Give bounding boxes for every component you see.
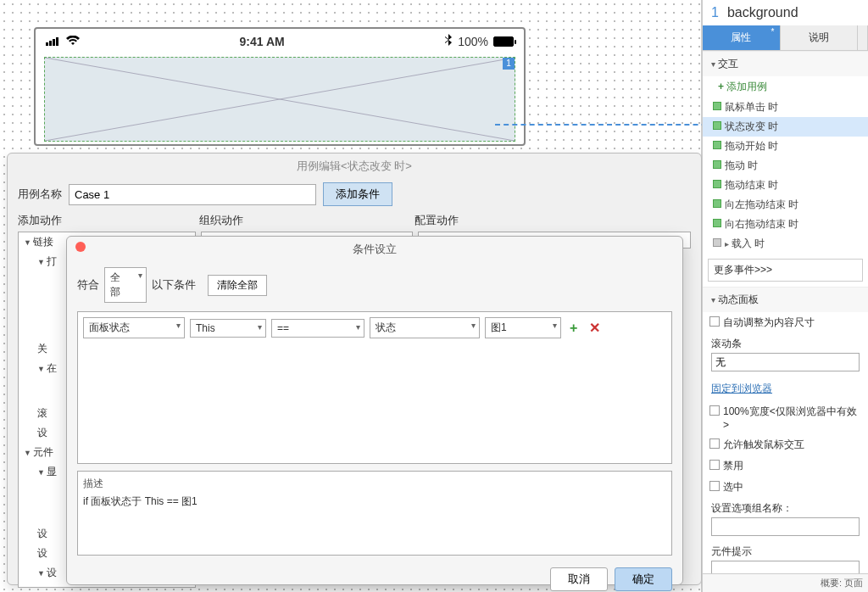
battery-icon — [493, 36, 514, 47]
selection-group-label: 设置选项组名称： — [703, 498, 868, 516]
ok-button[interactable]: 确定 — [615, 567, 672, 591]
scrollbar-label: 滚动条 — [703, 333, 868, 351]
check-fit-to-content[interactable]: 自动调整为内容尺寸 — [703, 312, 868, 333]
close-icon[interactable] — [75, 242, 86, 252]
dialog-title: 用例编辑<状态改变 时> — [8, 154, 701, 179]
column-header-add-action: 添加动作 — [18, 213, 196, 228]
condition-value-select[interactable]: 图1 — [485, 317, 561, 338]
section-interactions[interactable]: 交互 — [703, 51, 868, 76]
panel-state-badge: 1 — [503, 58, 515, 70]
dynamic-panel-widget[interactable]: 1 — [44, 57, 515, 142]
check-full-width[interactable]: 100%宽度<仅限浏览器中有效> — [703, 401, 868, 434]
condition-valuetype-select[interactable]: 状态 — [370, 317, 480, 338]
event-list: 鼠标单击 时 状态改变 时 拖动开始 时 拖动 时 拖动结束 时 向左拖动结束 … — [703, 98, 868, 254]
case-name-input[interactable] — [69, 184, 316, 205]
event-load[interactable]: 载入 时 — [703, 234, 868, 254]
selection-name: background — [727, 5, 798, 20]
add-case-link[interactable]: 添加用例 — [703, 76, 868, 98]
selection-index: 1 — [711, 5, 719, 20]
cancel-button[interactable]: 取消 — [550, 567, 608, 591]
condition-target-select[interactable]: This — [190, 319, 266, 338]
footer-summary: 概要: 页面 — [703, 573, 868, 592]
inspector-panel: 1 background 属性 说明 交互 添加用例 鼠标单击 时 状态改变 时… — [702, 0, 868, 592]
clear-all-button[interactable]: 清除全部 — [208, 275, 267, 296]
description-box: 描述 if 面板状态于 This == 图1 — [77, 471, 672, 556]
event-state-change[interactable]: 状态改变 时 — [703, 117, 868, 137]
signal-icon — [46, 35, 61, 48]
match-label: 符合 — [77, 277, 99, 293]
svg-rect-3 — [56, 37, 58, 46]
more-events-link[interactable]: 更多事件>>> — [714, 264, 772, 276]
section-dynamic-panel[interactable]: 动态面板 — [703, 287, 868, 312]
selection-group-input[interactable] — [711, 517, 860, 536]
description-text: if 面板状态于 This == 图1 — [83, 494, 666, 509]
check-disabled[interactable]: 禁用 — [703, 455, 868, 477]
column-header-configure: 配置动作 — [415, 213, 691, 228]
check-selected[interactable]: 选中 — [703, 477, 868, 498]
wifi-icon — [66, 35, 80, 48]
scrollbar-select[interactable] — [711, 353, 860, 371]
conditions-list: 面板状态 This == 状态 图1 + ✕ — [77, 311, 672, 464]
phone-mockup: 9:41 AM 100% 1 — [34, 27, 526, 146]
svg-rect-2 — [53, 39, 55, 46]
condition-row: 面板状态 This == 状态 图1 + ✕ — [83, 317, 666, 338]
event-click[interactable]: 鼠标单击 时 — [703, 98, 868, 117]
pin-to-browser-link[interactable]: 固定到浏览器 — [703, 377, 868, 401]
dialog-title: 条件设立 — [67, 237, 682, 262]
tooltip-label: 元件提示 — [703, 541, 868, 559]
match-suffix-label: 以下条件 — [152, 277, 196, 293]
event-drag-end[interactable]: 拖动结束 时 — [703, 176, 868, 195]
event-drag-right-end[interactable]: 向右拖动结束 时 — [703, 215, 868, 234]
add-condition-button[interactable]: 添加条件 — [323, 182, 392, 206]
bluetooth-icon — [444, 34, 453, 48]
column-header-organize: 组织动作 — [199, 213, 411, 228]
add-row-icon[interactable]: + — [566, 321, 581, 336]
tab-properties[interactable]: 属性 — [703, 25, 781, 50]
svg-rect-0 — [46, 42, 48, 46]
match-mode-select[interactable]: 全部 — [104, 267, 147, 303]
case-name-label: 用例名称 — [18, 187, 62, 202]
phone-time: 9:41 AM — [240, 35, 285, 48]
battery-pct: 100% — [458, 35, 488, 48]
condition-builder-dialog: 条件设立 符合 全部 以下条件 清除全部 面板状态 This == 状态 图1 … — [66, 236, 683, 585]
event-drag-start[interactable]: 拖动开始 时 — [703, 137, 868, 156]
description-label: 描述 — [83, 477, 666, 491]
check-allow-mouse[interactable]: 允许触发鼠标交互 — [703, 434, 868, 455]
tab-overflow[interactable] — [858, 25, 868, 50]
svg-rect-1 — [49, 41, 52, 46]
condition-type-select[interactable]: 面板状态 — [83, 317, 185, 338]
remove-row-icon[interactable]: ✕ — [586, 320, 604, 336]
event-drag[interactable]: 拖动 时 — [703, 156, 868, 176]
event-drag-left-end[interactable]: 向左拖动结束 时 — [703, 195, 868, 215]
phone-status-bar: 9:41 AM 100% — [36, 29, 524, 53]
condition-operator-select[interactable]: == — [271, 319, 364, 338]
tab-notes[interactable]: 说明 — [781, 25, 859, 50]
annotation-arrow — [495, 124, 724, 126]
